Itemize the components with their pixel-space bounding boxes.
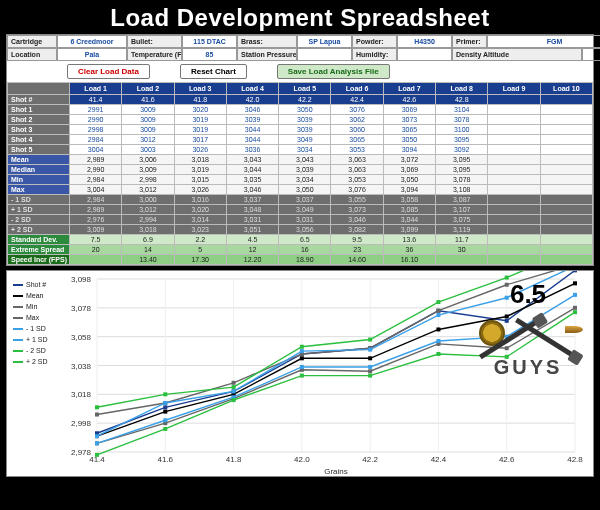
col-load3[interactable]: Load 3 (174, 83, 226, 95)
cell[interactable]: 2984 (70, 135, 122, 145)
cell[interactable]: 3,046 (331, 215, 383, 225)
cell[interactable]: 2,990 (70, 165, 122, 175)
cell[interactable]: 3,063 (331, 165, 383, 175)
cell[interactable]: 3,107 (436, 205, 488, 215)
reset-button[interactable]: Reset Chart (180, 64, 247, 79)
cell[interactable]: 3039 (226, 115, 278, 125)
cell[interactable]: 3,023 (174, 225, 226, 235)
cell[interactable]: 3069 (383, 105, 435, 115)
cell[interactable] (540, 235, 592, 245)
cell[interactable] (540, 225, 592, 235)
cell[interactable]: 3,006 (122, 155, 174, 165)
cell[interactable]: 3,026 (174, 185, 226, 195)
cell[interactable]: 3,031 (226, 215, 278, 225)
cell[interactable]: 12.20 (226, 255, 278, 265)
cell[interactable] (488, 175, 540, 185)
cell[interactable]: 3046 (226, 105, 278, 115)
cell[interactable]: 3,037 (279, 195, 331, 205)
cell[interactable]: 3,108 (436, 185, 488, 195)
cell[interactable] (436, 255, 488, 265)
cell[interactable]: 7.5 (70, 235, 122, 245)
cell[interactable] (540, 165, 592, 175)
cell[interactable] (488, 145, 540, 155)
cell[interactable]: 3,075 (436, 215, 488, 225)
cell[interactable]: 14.60 (331, 255, 383, 265)
cell[interactable]: 3,018 (174, 155, 226, 165)
cell[interactable]: 3049 (279, 135, 331, 145)
cell[interactable]: 3094 (383, 145, 435, 155)
cell[interactable]: 3039 (279, 125, 331, 135)
cell[interactable] (488, 125, 540, 135)
cell[interactable]: 3034 (279, 145, 331, 155)
val-powder[interactable]: H4350 (397, 35, 452, 48)
cell[interactable]: 3,009 (122, 165, 174, 175)
cell[interactable]: 3,043 (279, 155, 331, 165)
cell[interactable]: 3020 (174, 105, 226, 115)
cell[interactable] (540, 155, 592, 165)
cell[interactable]: 3,000 (122, 195, 174, 205)
cell[interactable]: 3044 (226, 135, 278, 145)
cell[interactable]: 2991 (70, 105, 122, 115)
cell[interactable]: 3060 (331, 125, 383, 135)
cell[interactable]: 3095 (436, 135, 488, 145)
cell[interactable] (540, 205, 592, 215)
cell[interactable]: 36 (383, 245, 435, 255)
val-bullet[interactable]: 115 DTAC (182, 35, 237, 48)
col-load10[interactable]: Load 10 (540, 83, 592, 95)
cell[interactable]: 2,989 (70, 205, 122, 215)
cell[interactable] (488, 225, 540, 235)
cell[interactable]: 3,076 (331, 185, 383, 195)
cell[interactable]: 13.6 (383, 235, 435, 245)
cell[interactable]: 2,998 (122, 175, 174, 185)
cell[interactable]: 18.90 (279, 255, 331, 265)
cell[interactable] (488, 165, 540, 175)
cell[interactable]: 3044 (226, 125, 278, 135)
cell[interactable] (488, 185, 540, 195)
cell[interactable] (540, 115, 592, 125)
cell[interactable]: 3,053 (331, 175, 383, 185)
cell[interactable] (70, 255, 122, 265)
clear-button[interactable]: Clear Load Data (67, 64, 150, 79)
cell[interactable] (540, 125, 592, 135)
cell[interactable]: 2.2 (174, 235, 226, 245)
cell[interactable]: 3,039 (279, 165, 331, 175)
cell[interactable]: 3065 (383, 125, 435, 135)
cell[interactable]: 16 (279, 245, 331, 255)
cell[interactable]: 3,037 (226, 195, 278, 205)
cell[interactable]: 3009 (122, 125, 174, 135)
cell[interactable]: 3,014 (174, 215, 226, 225)
cell[interactable]: 3,043 (226, 155, 278, 165)
cell[interactable]: 9.5 (331, 235, 383, 245)
col-load1[interactable]: Load 1 (70, 83, 122, 95)
val-da[interactable] (582, 48, 600, 61)
cell[interactable]: 2990 (70, 115, 122, 125)
col-load5[interactable]: Load 5 (279, 83, 331, 95)
cell[interactable]: 3,050 (279, 185, 331, 195)
cell[interactable]: 3062 (331, 115, 383, 125)
col-load9[interactable]: Load 9 (488, 83, 540, 95)
cell[interactable]: 3,044 (383, 215, 435, 225)
cell[interactable] (488, 245, 540, 255)
cell[interactable]: 3019 (174, 115, 226, 125)
cell[interactable]: 3,034 (279, 175, 331, 185)
cell[interactable] (488, 135, 540, 145)
cell[interactable]: 3,020 (174, 205, 226, 215)
cell[interactable]: 23 (331, 245, 383, 255)
cell[interactable]: 5 (174, 245, 226, 255)
val-brass[interactable]: SP Lapua (297, 35, 352, 48)
cell[interactable]: 3,048 (226, 205, 278, 215)
cell[interactable]: 3,009 (70, 225, 122, 235)
cell[interactable]: 3092 (436, 145, 488, 155)
cell[interactable] (488, 215, 540, 225)
cell[interactable]: 3017 (174, 135, 226, 145)
cell[interactable]: 3,031 (279, 215, 331, 225)
cell[interactable]: 3,051 (226, 225, 278, 235)
val-location[interactable]: Pala (57, 48, 127, 61)
cell[interactable]: 3,050 (383, 175, 435, 185)
cell[interactable]: 2,984 (70, 195, 122, 205)
cell[interactable]: 3,095 (436, 165, 488, 175)
cell[interactable]: 4.5 (226, 235, 278, 245)
col-load4[interactable]: Load 4 (226, 83, 278, 95)
save-button[interactable]: Save Load Analysis File (277, 64, 390, 79)
cell[interactable]: 2,984 (70, 175, 122, 185)
